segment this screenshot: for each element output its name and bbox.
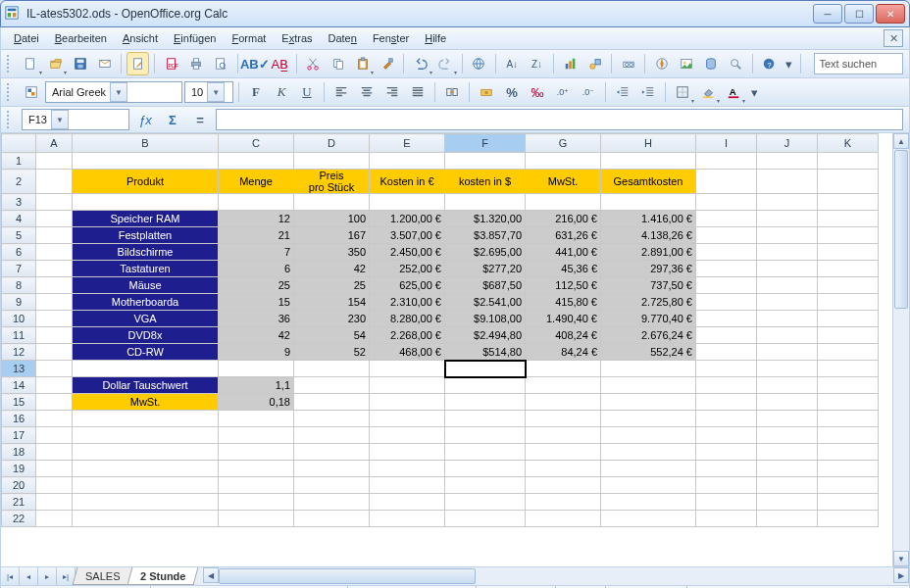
cell[interactable]: 737,50 € (601, 277, 696, 294)
cell[interactable] (757, 394, 818, 411)
row-header[interactable]: 14 (2, 377, 36, 394)
toolbar-overflow-icon[interactable]: ▾ (747, 80, 761, 104)
cell[interactable] (818, 394, 879, 411)
cell[interactable]: 4.138,26 € (601, 227, 696, 244)
cell[interactable]: 12 (219, 211, 294, 227)
cell[interactable] (73, 361, 219, 377)
cell[interactable] (36, 344, 73, 361)
cell[interactable] (696, 427, 757, 444)
scroll-up-icon[interactable]: ▲ (893, 133, 909, 149)
cell[interactable] (294, 153, 370, 170)
maximize-button[interactable]: ☐ (844, 4, 874, 24)
cell[interactable] (818, 377, 879, 394)
cell[interactable] (219, 477, 294, 494)
open-icon[interactable]: ▾ (44, 52, 67, 75)
cell[interactable]: Menge (219, 170, 294, 194)
cell[interactable] (36, 294, 73, 311)
cell[interactable]: 21 (219, 227, 294, 244)
cell[interactable] (36, 211, 73, 227)
cell[interactable] (757, 494, 818, 511)
cell[interactable]: $2.695,00 (445, 244, 526, 261)
chevron-down-icon[interactable]: ▼ (51, 110, 69, 129)
cell[interactable] (757, 327, 818, 344)
cell[interactable] (294, 411, 370, 427)
align-center-icon[interactable] (355, 80, 379, 104)
cell[interactable]: $687,50 (445, 277, 526, 294)
cell[interactable] (526, 494, 601, 511)
cell[interactable]: 9 (219, 344, 294, 361)
cell[interactable] (36, 311, 73, 327)
toolbar-handle[interactable] (7, 111, 14, 128)
cell[interactable] (36, 411, 73, 427)
redo-icon[interactable]: ▾ (434, 52, 457, 75)
cell[interactable] (818, 427, 879, 444)
menu-einfuegen[interactable]: Einfügen (167, 30, 223, 46)
toolbar-handle[interactable] (7, 55, 14, 73)
column-header[interactable]: D (294, 134, 370, 153)
row-header[interactable]: 16 (2, 411, 36, 427)
cell[interactable] (370, 427, 445, 444)
cell[interactable] (696, 511, 757, 527)
cell[interactable] (818, 511, 879, 527)
column-header[interactable]: G (526, 134, 601, 153)
cell[interactable]: Bildschirme (73, 244, 219, 261)
cell[interactable] (818, 194, 879, 211)
cell[interactable]: $9.108,00 (445, 311, 526, 327)
fontcolor-icon[interactable]: A▾ (722, 80, 745, 104)
cell[interactable] (818, 170, 879, 194)
chevron-down-icon[interactable]: ▼ (110, 82, 127, 102)
cell[interactable] (818, 361, 879, 377)
row-header[interactable]: 5 (2, 227, 36, 244)
column-header[interactable]: E (370, 134, 445, 153)
font-size-combo[interactable]: 10▼ (184, 81, 233, 103)
chart-icon[interactable] (559, 52, 581, 75)
format-paintbrush-icon[interactable] (376, 52, 398, 75)
cell[interactable]: 36 (219, 311, 294, 327)
cell[interactable] (36, 244, 73, 261)
cell[interactable] (370, 377, 445, 394)
row-header[interactable]: 21 (2, 494, 36, 511)
cell[interactable]: 112,50 € (526, 277, 601, 294)
copy-icon[interactable] (327, 52, 349, 75)
cell[interactable]: Festplatten (73, 227, 219, 244)
bold-button[interactable]: F (244, 80, 268, 104)
cell[interactable] (445, 444, 526, 461)
cell[interactable] (526, 394, 601, 411)
cell[interactable]: $3.857,70 (445, 227, 526, 244)
sort-desc-icon[interactable]: Z↓ (526, 52, 548, 75)
cell[interactable] (696, 244, 757, 261)
cell[interactable] (370, 444, 445, 461)
formula-input[interactable] (216, 109, 903, 130)
cell[interactable] (219, 153, 294, 170)
cell[interactable] (36, 327, 73, 344)
cell[interactable] (696, 444, 757, 461)
cell[interactable] (526, 427, 601, 444)
cell[interactable] (818, 344, 879, 361)
cell[interactable]: 52 (294, 344, 370, 361)
cell[interactable] (445, 511, 526, 527)
zoom-icon[interactable] (725, 52, 747, 75)
cell[interactable] (757, 170, 818, 194)
cell[interactable] (526, 361, 601, 377)
cell[interactable] (73, 153, 219, 170)
cell[interactable] (219, 194, 294, 211)
cell[interactable] (757, 344, 818, 361)
cell[interactable]: 2.725,80 € (601, 294, 696, 311)
cell[interactable] (219, 461, 294, 477)
row-header[interactable]: 19 (2, 461, 36, 477)
sheet-tab-2stunde[interactable]: 2 Stunde (127, 567, 199, 585)
cell[interactable] (601, 361, 696, 377)
cell[interactable] (294, 477, 370, 494)
row-header[interactable]: 4 (2, 211, 36, 227)
column-header[interactable]: F (445, 134, 526, 153)
cell[interactable] (36, 494, 73, 511)
cell[interactable] (696, 294, 757, 311)
cell[interactable]: 54 (294, 327, 370, 344)
cell[interactable]: Gesamtkosten (601, 170, 696, 194)
cell[interactable] (818, 477, 879, 494)
cell[interactable]: $514,80 (445, 344, 526, 361)
datasources-icon[interactable] (700, 52, 723, 75)
align-right-icon[interactable] (380, 80, 404, 104)
cell[interactable] (696, 461, 757, 477)
cell[interactable] (294, 494, 370, 511)
